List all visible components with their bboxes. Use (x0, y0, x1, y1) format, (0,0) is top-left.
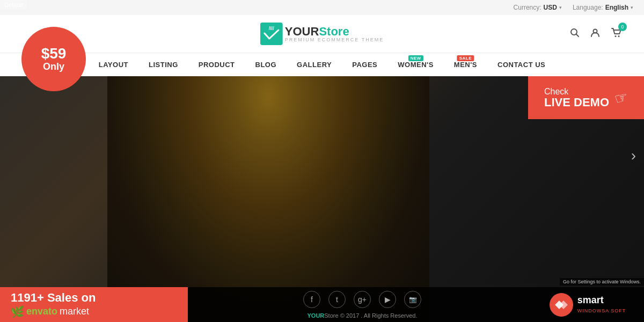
nav-mens[interactable]: SALE MEN'S (452, 61, 479, 69)
price-amount: $59 (41, 46, 67, 61)
header: //// YOURStore PREMIUM ECOMMERCE THEME 0 (0, 15, 644, 53)
copyright-brand: YOUR (308, 312, 325, 319)
nav-pages[interactable]: PAGES (350, 61, 379, 69)
cursor-icon: ☞ (612, 87, 630, 108)
nav-gallery[interactable]: GALLERY (295, 61, 334, 69)
currency-label: Currency: (514, 4, 541, 11)
social-section: f t g+ ▶ 📷 YOURStore © 2017 . All Rights… (188, 291, 537, 319)
language-selector[interactable]: Language: English ▾ (573, 4, 633, 11)
windows-activate-note: Go for Settings to activate Windows. (560, 278, 644, 286)
logo[interactable]: //// YOURStore PREMIUM ECOMMERCE THEME (260, 23, 384, 45)
price-badge: $59 Only (21, 27, 86, 91)
logo-your: YOUR (285, 25, 319, 38)
facebook-icon[interactable]: f (303, 291, 320, 308)
nav-layout[interactable]: LAYOUT (97, 61, 130, 69)
smart-text: smart WINDOWSA SOFT (577, 295, 626, 314)
cart-icon[interactable]: 0 (611, 27, 623, 41)
header-icons: 0 (570, 27, 623, 41)
twitter-icon[interactable]: t (328, 291, 346, 308)
svg-line-3 (576, 34, 579, 36)
logo-text: YOURStore PREMIUM ECOMMERCE THEME (285, 26, 384, 42)
logo-store: Store (319, 25, 349, 38)
nav-womens[interactable]: NEW WOMEN'S (396, 61, 436, 69)
smart-sub: WINDOWSA SOFT (577, 308, 626, 313)
svg-point-6 (618, 35, 620, 37)
youtube-icon[interactable]: ▶ (379, 291, 396, 308)
smart-logo-icon (550, 293, 573, 317)
envato-section[interactable]: 1191+ Sales on 🌿 envato market (0, 287, 188, 322)
cart-count: 0 (618, 23, 627, 31)
smart-brand: smart (577, 295, 626, 305)
nav-contact[interactable]: CONTACT US (495, 61, 547, 69)
language-arrow: ▾ (631, 5, 633, 10)
price-only: Only (43, 61, 64, 72)
instagram-icon[interactable]: 📷 (404, 291, 421, 308)
currency-selector[interactable]: Currency: USD ▾ (514, 4, 562, 11)
svg-text:////: //// (269, 26, 275, 31)
footer-copyright: YOURStore © 2017 . All Rights Reserved. (308, 312, 418, 319)
copyright-brand-rest: Store (324, 312, 338, 319)
envato-brand: envato (26, 306, 57, 317)
nav-product[interactable]: PRODUCT (196, 61, 237, 69)
envato-leaf-icon: 🌿 (11, 305, 24, 318)
language-value: English (605, 4, 628, 11)
sale-badge: SALE (457, 55, 474, 61)
currency-arrow: ▾ (559, 5, 562, 10)
top-bar: Currency: USD ▾ Language: English ▾ (0, 0, 644, 15)
default-label: Default (0, 0, 27, 10)
copyright-text: © 2017 . All Rights Reserved. (340, 312, 418, 319)
envato-sales: 1191+ Sales on (11, 291, 96, 305)
social-icons: f t g+ ▶ 📷 (303, 291, 421, 308)
logo-tagline: PREMIUM ECOMMERCE THEME (285, 38, 384, 42)
navbar: LAYOUT LISTING PRODUCT BLOG GALLERY PAGE… (0, 53, 644, 76)
search-icon[interactable] (570, 28, 580, 40)
live-demo-text: Check LIVE DEMO (544, 87, 609, 108)
nav-blog[interactable]: BLOG (253, 61, 279, 69)
envato-logo: 🌿 envato market (11, 305, 96, 318)
envato-text: 1191+ Sales on 🌿 envato market (11, 291, 96, 318)
next-arrow[interactable]: › (631, 147, 636, 164)
smart-section: smart WINDOWSA SOFT (537, 293, 644, 317)
svg-point-5 (615, 35, 617, 37)
bottom-bar: 1191+ Sales on 🌿 envato market f t g+ ▶ … (0, 287, 644, 322)
envato-market: market (60, 306, 89, 317)
nav-listing[interactable]: LISTING (147, 61, 180, 69)
new-badge: NEW (408, 55, 423, 61)
live-demo-button[interactable]: Check LIVE DEMO ☞ (528, 76, 644, 119)
account-icon[interactable] (590, 28, 600, 40)
language-label: Language: (573, 4, 603, 11)
google-plus-icon[interactable]: g+ (354, 291, 371, 308)
logo-icon: //// (260, 23, 283, 45)
currency-value: USD (544, 4, 557, 11)
live-demo-main: LIVE DEMO (544, 97, 609, 108)
